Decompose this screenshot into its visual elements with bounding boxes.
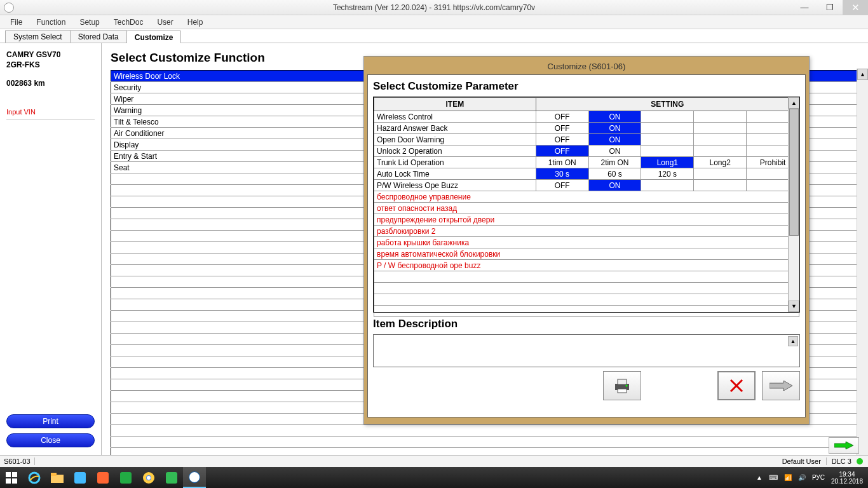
empty-row — [374, 294, 799, 306]
empty-row — [374, 283, 799, 294]
menu-help[interactable]: Help — [181, 17, 210, 28]
param-option[interactable]: ON — [588, 180, 641, 191]
menubar: FileFunctionSetupTechDocUserHelp — [0, 15, 868, 29]
param-option[interactable]: OFF — [536, 180, 588, 191]
param-option[interactable]: ON — [588, 146, 641, 157]
dialog-heading: Select Customize Parameter — [373, 80, 800, 93]
status-dlc: DLC 3 — [826, 458, 851, 465]
param-option — [641, 134, 694, 146]
dialog-title: Customize (S601-06) — [367, 60, 806, 74]
scroll-thumb[interactable] — [789, 109, 799, 236]
menu-techdoc[interactable]: TechDoc — [107, 17, 150, 28]
param-option[interactable]: 120 s — [641, 168, 694, 180]
dialog-cancel-button[interactable] — [717, 371, 756, 400]
tab-stored-data[interactable]: Stored Data — [70, 30, 127, 43]
dialog-next-button[interactable] — [762, 371, 800, 400]
param-option — [694, 111, 747, 123]
param-option[interactable]: ON — [588, 111, 641, 123]
scroll-up-icon[interactable]: ▲ — [857, 69, 868, 80]
param-translation: предупреждение открытой двери — [374, 214, 799, 226]
connection-dot-icon — [857, 458, 863, 464]
param-option[interactable]: OFF — [536, 111, 588, 123]
param-option[interactable]: ON — [588, 134, 641, 146]
tab-system-select[interactable]: System Select — [5, 30, 71, 43]
sub-tab-bar: System SelectStored DataCustomize — [0, 29, 868, 43]
left-sidebar: CAMRY GSV70 2GR-FKS 002863 km Input VIN … — [0, 43, 102, 455]
svg-rect-9 — [12, 472, 17, 477]
param-item[interactable]: Auto Lock Time — [374, 168, 536, 180]
printer-icon — [613, 377, 632, 394]
param-option[interactable]: ON — [588, 123, 641, 134]
scroll-up-icon[interactable]: ▲ — [788, 336, 798, 346]
next-arrow-button[interactable] — [829, 437, 859, 454]
menu-setup[interactable]: Setup — [73, 17, 105, 28]
volume-icon[interactable]: 🔊 — [798, 474, 806, 481]
tray-clock[interactable]: 19:34 20.12.2018 — [831, 471, 863, 485]
start-button[interactable] — [0, 467, 23, 488]
param-item[interactable]: Wireless Control — [374, 111, 536, 123]
print-button[interactable]: Print — [6, 414, 95, 428]
param-item[interactable]: Open Door Warning — [374, 134, 536, 146]
param-option — [641, 123, 694, 134]
param-translation: время автоматической блокировки — [374, 248, 799, 260]
tray-up-icon[interactable]: ▲ — [756, 474, 763, 481]
svg-point-12 — [29, 473, 39, 483]
menu-user[interactable]: User — [151, 17, 179, 28]
param-option[interactable]: 60 s — [588, 168, 641, 180]
sidebar-divider — [6, 119, 95, 120]
svg-marker-0 — [834, 442, 853, 449]
ie-icon[interactable] — [23, 467, 46, 488]
col-setting: SETTING — [536, 98, 799, 111]
explorer-icon[interactable] — [46, 467, 69, 488]
status-code: S601-03 — [0, 458, 35, 465]
chrome-icon[interactable] — [137, 467, 160, 488]
dialog-print-button[interactable] — [603, 371, 641, 400]
svg-rect-2 — [618, 379, 627, 384]
network-icon[interactable]: 📶 — [784, 474, 792, 481]
param-option[interactable]: OFF — [536, 123, 588, 134]
app2-icon[interactable] — [92, 467, 114, 488]
param-option[interactable]: OFF — [536, 134, 588, 146]
svg-marker-7 — [770, 381, 792, 391]
param-item[interactable]: P/W Wireless Ope Buzz — [374, 180, 536, 191]
param-option[interactable]: Long2 — [694, 157, 747, 168]
param-item[interactable]: Trunk Lid Operation — [374, 157, 536, 168]
item-desc-box: ▲ — [373, 334, 800, 367]
techstream-taskbar-icon[interactable] — [183, 467, 206, 488]
svg-rect-8 — [6, 472, 11, 477]
keyboard-icon[interactable]: ⌨ — [769, 474, 778, 481]
item-desc-heading: Item Description — [373, 318, 800, 330]
store-icon[interactable] — [114, 467, 137, 488]
statusbar: S601-03 Default User DLC 3 — [0, 455, 868, 467]
param-item[interactable]: Hazard Answer Back — [374, 123, 536, 134]
menu-file[interactable]: File — [4, 17, 29, 28]
svg-rect-11 — [12, 478, 17, 484]
param-option — [694, 168, 747, 180]
tray-lang[interactable]: РУС — [812, 474, 825, 481]
svg-rect-14 — [51, 473, 57, 476]
param-item[interactable]: Unlock 2 Operation — [374, 146, 536, 157]
input-vin-link[interactable]: Input VIN — [6, 108, 95, 116]
param-option — [694, 134, 747, 146]
close-button-sidebar[interactable]: Close — [6, 433, 95, 447]
param-option — [694, 123, 747, 134]
engine-code: 2GR-FKS — [6, 60, 95, 70]
param-option[interactable]: OFF — [536, 146, 588, 157]
svg-point-17 — [147, 476, 151, 480]
app3-icon[interactable] — [160, 467, 183, 488]
param-option[interactable]: Long1 — [641, 157, 694, 168]
tab-customize[interactable]: Customize — [126, 30, 182, 43]
param-option[interactable]: 2tim ON — [588, 157, 641, 168]
content-scrollbar[interactable]: ▲ — [857, 69, 868, 455]
windows-taskbar: ▲ ⌨ 📶 🔊 РУС 19:34 20.12.2018 — [0, 467, 868, 488]
param-option[interactable]: 30 s — [536, 168, 588, 180]
vehicle-model: CAMRY GSV70 — [6, 50, 95, 60]
scroll-up-icon[interactable]: ▲ — [789, 97, 799, 109]
menu-function[interactable]: Function — [30, 17, 72, 28]
param-option[interactable]: 1tim ON — [536, 157, 588, 168]
param-scrollbar[interactable]: ▲ ▼ — [788, 97, 799, 312]
param-option — [694, 146, 747, 157]
scroll-down-icon[interactable]: ▼ — [789, 301, 799, 312]
app1-icon[interactable] — [69, 467, 92, 488]
param-option — [641, 180, 694, 191]
